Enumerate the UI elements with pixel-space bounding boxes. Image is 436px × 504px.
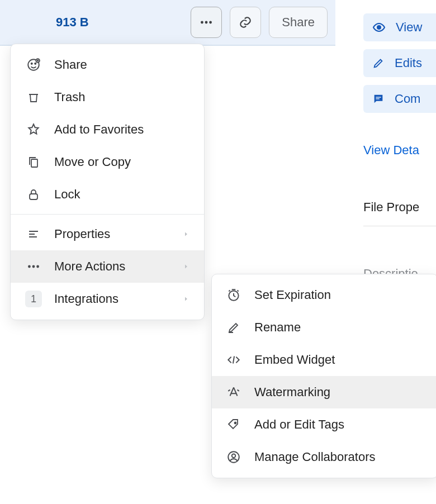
menu-item-properties[interactable]: Properties: [11, 218, 204, 250]
menu-item-lock[interactable]: Lock: [11, 178, 204, 211]
copy-icon: [25, 154, 42, 170]
add-person-icon: [25, 56, 42, 73]
lock-icon: [25, 186, 42, 203]
chip-label: Edits: [395, 56, 422, 70]
menu-item-favorite[interactable]: Add to Favorites: [11, 113, 204, 146]
integrations-badge: 1: [25, 291, 42, 307]
menu-item-integrations[interactable]: 1 Integrations: [11, 283, 204, 315]
trash-icon: [25, 89, 42, 106]
submenu-item-embed[interactable]: Embed Widget: [212, 344, 436, 376]
menu-label: Set Expiration: [254, 288, 331, 302]
share-button-label: Share: [282, 15, 315, 30]
menu-label: Trash: [54, 90, 85, 104]
menu-label: Add to Favorites: [54, 122, 144, 137]
svg-point-16: [32, 265, 35, 268]
menu-label: Rename: [254, 320, 301, 335]
clock-icon: [225, 287, 242, 303]
tag-icon: [225, 416, 242, 433]
menu-label: Add or Edit Tags: [254, 417, 344, 432]
file-size: 913 B: [56, 15, 89, 30]
svg-point-3: [377, 26, 381, 29]
ellipsis-icon: [199, 15, 214, 30]
svg-point-15: [28, 265, 31, 268]
menu-item-share[interactable]: Share: [11, 49, 204, 81]
submenu-item-watermarking[interactable]: Watermarking: [212, 376, 436, 408]
svg-point-19: [235, 422, 236, 424]
chevron-right-icon: [183, 231, 189, 237]
link-icon: [238, 15, 253, 30]
eye-icon: [372, 21, 386, 34]
topbar: 913 B Share: [0, 0, 335, 46]
link-button[interactable]: [230, 7, 261, 38]
user-circle-icon: [225, 449, 242, 465]
menu-label: Move or Copy: [54, 155, 131, 169]
comment-icon: [372, 93, 385, 105]
svg-point-8: [35, 63, 36, 64]
menu-separator: [11, 214, 204, 215]
chip-edits[interactable]: Edits: [363, 49, 436, 77]
menu-label: Share: [54, 58, 87, 72]
menu-label: Properties: [54, 227, 110, 241]
menu-label: Lock: [54, 187, 80, 202]
star-icon: [25, 121, 42, 138]
submenu-item-set-expiration[interactable]: Set Expiration: [212, 279, 436, 311]
submenu-item-rename[interactable]: Rename: [212, 311, 436, 344]
submenu-more-actions: Set Expiration Rename Embed Widget Water…: [211, 274, 436, 478]
menu-label: Integrations: [54, 292, 119, 306]
menu-item-move-copy[interactable]: Move or Copy: [11, 146, 204, 178]
rename-icon: [225, 319, 242, 336]
view-details-link[interactable]: View Deta: [363, 143, 436, 158]
properties-icon: [25, 226, 42, 243]
share-button[interactable]: Share: [269, 7, 328, 38]
chip-view[interactable]: View: [363, 13, 436, 41]
menu-label: Manage Collaborators: [254, 450, 375, 464]
svg-point-7: [31, 63, 32, 64]
svg-point-21: [232, 454, 236, 458]
svg-rect-10: [31, 159, 37, 167]
menu-item-trash[interactable]: Trash: [11, 81, 204, 113]
chevron-right-icon: [183, 263, 189, 270]
svg-rect-5: [376, 98, 379, 99]
svg-point-17: [36, 265, 39, 268]
more-icon: [25, 258, 42, 275]
divider: [363, 226, 436, 226]
svg-rect-11: [30, 194, 37, 199]
menu-label: Watermarking: [254, 385, 330, 400]
svg-rect-4: [376, 97, 381, 97]
chip-comments[interactable]: Com: [363, 85, 436, 113]
menu-item-more-actions[interactable]: More Actions: [11, 250, 204, 283]
svg-point-1: [205, 21, 208, 24]
menu-label: More Actions: [54, 259, 125, 274]
file-properties-heading: File Prope: [363, 200, 436, 215]
submenu-item-collaborators[interactable]: Manage Collaborators: [212, 441, 436, 473]
code-icon: [225, 351, 242, 368]
context-menu: Share Trash Add to Favorites Move or Cop…: [10, 44, 205, 320]
menu-label: Embed Widget: [254, 353, 335, 367]
chip-label: View: [396, 20, 422, 35]
chevron-right-icon: [183, 296, 189, 302]
watermark-icon: [225, 384, 242, 401]
svg-point-0: [201, 21, 203, 24]
svg-point-2: [209, 21, 212, 24]
more-button[interactable]: [191, 7, 222, 38]
pencil-icon: [372, 57, 385, 69]
submenu-item-tags[interactable]: Add or Edit Tags: [212, 408, 436, 441]
chip-label: Com: [395, 92, 420, 106]
